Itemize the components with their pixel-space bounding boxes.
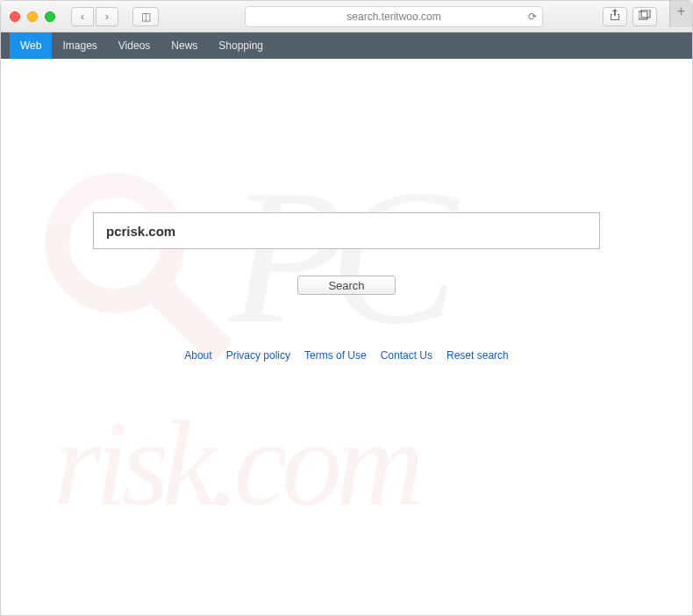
footer-privacy[interactable]: Privacy policy <box>226 349 290 362</box>
maximize-icon[interactable] <box>45 11 55 22</box>
nav-videos[interactable]: Videos <box>108 32 161 59</box>
sidebar-button[interactable]: ◫ <box>132 7 159 26</box>
close-icon[interactable] <box>10 11 20 22</box>
footer-terms[interactable]: Terms of Use <box>304 349 367 362</box>
footer-about[interactable]: About <box>184 349 211 362</box>
search-area: Search <box>1 59 692 295</box>
sidebar-icon: ◫ <box>141 11 151 23</box>
svg-rect-1 <box>641 10 650 18</box>
address-bar[interactable]: search.teritwoo.com ⟳ <box>245 6 543 27</box>
minimize-icon[interactable] <box>27 11 38 22</box>
browser-window: ‹ › ◫ search.teritwoo.com ⟳ <box>0 0 693 616</box>
share-button[interactable] <box>603 7 627 26</box>
footer-contact[interactable]: Contact Us <box>381 349 432 362</box>
forward-button[interactable]: › <box>96 7 118 26</box>
new-tab-button[interactable]: + <box>669 0 692 27</box>
category-navbar: Web Images Videos News Shopping <box>1 32 692 59</box>
tabs-icon <box>639 10 651 23</box>
footer-reset[interactable]: Reset search <box>447 349 509 362</box>
watermark-risk: risk.com <box>54 392 417 534</box>
page-content: PC risk.com Search About Privacy policy … <box>1 59 692 615</box>
reload-icon[interactable]: ⟳ <box>528 11 537 23</box>
nav-buttons: ‹ › <box>71 7 118 26</box>
chevron-right-icon: › <box>105 10 109 23</box>
titlebar: ‹ › ◫ search.teritwoo.com ⟳ <box>1 1 692 32</box>
chevron-left-icon: ‹ <box>81 10 84 23</box>
nav-web[interactable]: Web <box>10 32 52 59</box>
back-button[interactable]: ‹ <box>71 7 94 26</box>
nav-images[interactable]: Images <box>52 32 107 59</box>
plus-icon: + <box>677 4 685 19</box>
search-input[interactable] <box>93 212 600 249</box>
nav-news[interactable]: News <box>161 32 208 59</box>
address-url: search.teritwoo.com <box>346 11 440 23</box>
nav-shopping[interactable]: Shopping <box>208 32 274 59</box>
share-icon <box>610 9 620 24</box>
toolbar-right <box>603 7 657 26</box>
tabs-button[interactable] <box>632 7 657 26</box>
svg-rect-0 <box>639 11 647 19</box>
footer-links: About Privacy policy Terms of Use Contac… <box>1 349 692 362</box>
search-button[interactable]: Search <box>297 276 396 295</box>
traffic-lights <box>10 11 55 22</box>
